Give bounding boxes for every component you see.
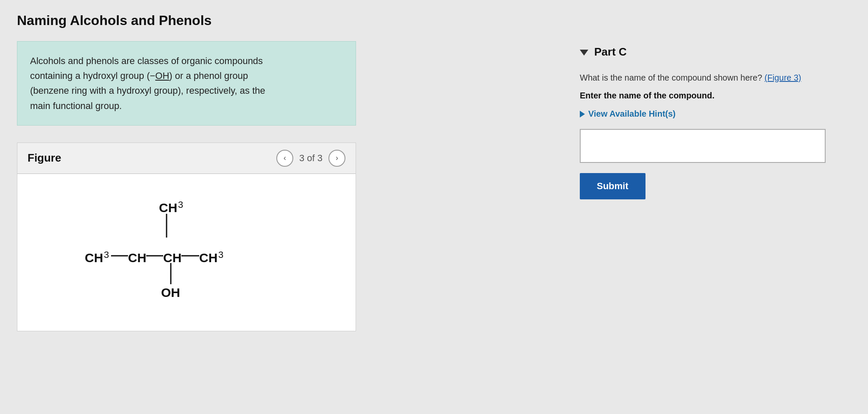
svg-text:3: 3 xyxy=(178,199,183,210)
chemical-structure-svg: CH 3 CH 3 CH CH CH 3 OH xyxy=(76,191,297,310)
submit-button[interactable]: Submit xyxy=(580,173,645,199)
instruction-text: Enter the name of the compound. xyxy=(580,91,851,101)
svg-text:CH: CH xyxy=(163,251,181,265)
part-c-title: Part C xyxy=(594,45,627,59)
main-content: Alcohols and phenols are classes of orga… xyxy=(17,41,851,331)
svg-text:CH: CH xyxy=(159,201,177,215)
figure-content: CH 3 CH 3 CH CH CH 3 OH xyxy=(17,174,356,331)
left-panel: Alcohols and phenols are classes of orga… xyxy=(17,41,563,331)
main-functional-text: main functional xyxy=(30,101,93,111)
figure-header: Figure ‹ 3 of 3 › xyxy=(17,143,356,174)
svg-text:CH: CH xyxy=(85,251,103,265)
right-panel: Part C What is the name of the compound … xyxy=(563,41,851,331)
svg-text:CH: CH xyxy=(128,251,146,265)
figure-link[interactable]: (Figure 3) xyxy=(765,73,801,82)
hints-arrow-icon xyxy=(580,111,585,117)
figure-counter: 3 of 3 xyxy=(299,153,323,164)
figure-nav: ‹ 3 of 3 › xyxy=(276,150,345,167)
page-container: Naming Alcohols and Phenols Alcohols and… xyxy=(0,0,868,414)
figure-section: Figure ‹ 3 of 3 › CH 3 CH 3 xyxy=(17,143,356,331)
svg-text:3: 3 xyxy=(218,249,223,260)
question-text: What is the name of the compound shown h… xyxy=(580,71,851,84)
part-c-header: Part C xyxy=(580,45,851,59)
info-box: Alcohols and phenols are classes of orga… xyxy=(17,41,356,126)
hints-label: View Available Hint(s) xyxy=(588,109,676,119)
figure-label: Figure xyxy=(28,151,61,165)
dropdown-arrow-icon[interactable] xyxy=(580,50,588,56)
svg-text:CH: CH xyxy=(199,251,217,265)
next-figure-button[interactable]: › xyxy=(328,150,345,167)
answer-input[interactable] xyxy=(580,129,826,163)
prev-figure-button[interactable]: ‹ xyxy=(276,150,293,167)
page-title: Naming Alcohols and Phenols xyxy=(17,13,851,28)
svg-text:3: 3 xyxy=(104,249,109,260)
svg-text:OH: OH xyxy=(161,285,180,299)
hints-link[interactable]: View Available Hint(s) xyxy=(580,109,851,119)
